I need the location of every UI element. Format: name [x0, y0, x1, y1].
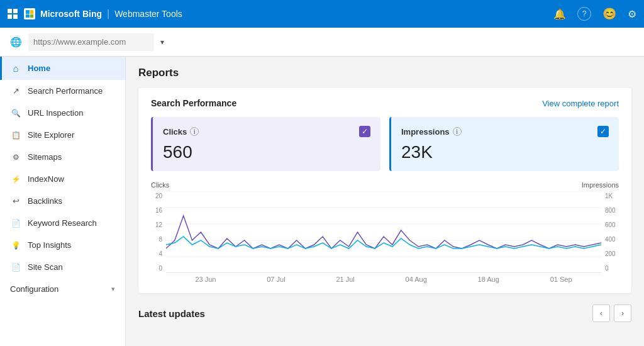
url-input[interactable]: [28, 33, 154, 51]
impressions-checkbox[interactable]: ✓: [597, 126, 609, 137]
brand-name: Microsoft Bing: [40, 9, 102, 19]
app-grid-icon: [8, 9, 18, 19]
sidebar-item-search-performance[interactable]: ↗ Search Performance: [0, 80, 125, 102]
chart-x-label-5: 01 Sep: [550, 276, 572, 283]
clicks-value: 560: [163, 142, 370, 162]
sp-card-header: Search Performance View complete report: [151, 98, 619, 108]
main-container: ⌂ Home ↗ Search Performance 🔍 URL Inspec…: [0, 57, 644, 346]
chart-labels-top: Clicks Impressions: [151, 181, 619, 189]
sidebar-item-home[interactable]: ⌂ Home: [0, 57, 125, 80]
clicks-info-icon[interactable]: i: [190, 127, 199, 136]
configuration-label: Configuration: [10, 284, 58, 294]
sidebar-item-sitemaps[interactable]: ⚙ Sitemaps: [0, 146, 125, 168]
sidebar-label-home: Home: [28, 64, 50, 73]
url-inspection-icon: 🔍: [10, 109, 21, 118]
sidebar-label-url-inspection: URL Inspection: [28, 108, 83, 118]
indexnow-icon: ⚡: [10, 175, 21, 184]
chart-container: Clicks Impressions 20 16 12 8 4 0: [151, 181, 619, 283]
sidebar-label-sitemaps: Sitemaps: [28, 152, 62, 162]
sidebar-item-site-explorer[interactable]: 📋 Site Explorer: [0, 124, 125, 146]
sp-card-title: Search Performance: [151, 98, 236, 108]
metric-boxes: Clicks i ✓ 560 Impressions i ✓: [151, 117, 619, 171]
sidebar-label-keyword-research: Keyword Research: [28, 218, 97, 228]
configuration-chevron-icon: ▾: [111, 285, 115, 293]
clicks-checkbox[interactable]: ✓: [359, 126, 370, 137]
backlinks-icon: ↩: [10, 196, 21, 206]
chart-x-label-3: 04 Aug: [406, 276, 427, 283]
clicks-header: Clicks i ✓: [163, 126, 370, 137]
app-title: Webmaster Tools: [114, 9, 182, 19]
search-performance-icon: ↗: [10, 86, 21, 96]
sidebar-label-search-performance: Search Performance: [28, 86, 103, 96]
sidebar-item-backlinks[interactable]: ↩ Backlinks: [0, 190, 125, 212]
reports-title: Reports: [138, 67, 631, 79]
sidebar-item-site-scan[interactable]: 📄 Site Scan: [0, 256, 125, 278]
top-insights-icon: 💡: [10, 241, 21, 250]
latest-updates-section: Latest updates ‹ ›: [138, 302, 631, 322]
impressions-label: Impressions i: [401, 127, 462, 137]
sitemaps-icon: ⚙: [10, 153, 21, 162]
url-chevron-icon[interactable]: ▾: [160, 38, 164, 47]
chart-x-label-2: 21 Jul: [336, 276, 354, 283]
main-content: Reports Search Performance View complete…: [126, 57, 644, 346]
impressions-info-icon[interactable]: i: [453, 127, 462, 136]
app-grid[interactable]: [8, 9, 18, 19]
nav-arrows: ‹ ›: [592, 304, 631, 322]
sidebar-label-top-insights: Top Insights: [28, 240, 71, 250]
impressions-metric-box: Impressions i ✓ 23K: [389, 117, 619, 171]
impressions-value: 23K: [401, 142, 609, 162]
top-nav-actions: 🔔 ? 😊 ⚙: [553, 7, 636, 21]
chart-with-axes: 20 16 12 8 4 0: [151, 191, 619, 273]
url-bar: 🌐 ▾: [0, 28, 644, 57]
sidebar-item-top-insights[interactable]: 💡 Top Insights: [0, 234, 125, 256]
settings-icon[interactable]: ⚙: [628, 8, 636, 20]
windows-icon: [24, 8, 35, 20]
view-complete-report-link[interactable]: View complete report: [542, 99, 619, 108]
url-globe-icon: 🌐: [10, 36, 22, 48]
site-scan-icon: 📄: [10, 263, 21, 272]
prev-arrow-button[interactable]: ‹: [592, 304, 610, 322]
sidebar-label-backlinks: Backlinks: [28, 196, 62, 206]
chart-x-label-0: 23 Jun: [195, 276, 216, 283]
chart-left-label: Clicks: [151, 181, 169, 189]
search-performance-card: Search Performance View complete report …: [138, 88, 631, 293]
keyword-research-icon: 📄: [10, 219, 21, 228]
brand-divider: |: [107, 8, 109, 20]
sidebar-section-configuration[interactable]: Configuration ▾: [0, 278, 125, 300]
next-arrow-button[interactable]: ›: [614, 304, 631, 322]
brand-logo: Microsoft Bing | Webmaster Tools: [24, 8, 182, 20]
sidebar-label-site-scan: Site Scan: [28, 262, 63, 272]
impressions-header: Impressions i ✓: [401, 126, 609, 137]
chart-y-axis-left: 20 16 12 8 4 0: [151, 191, 166, 273]
chart-x-labels: 23 Jun 07 Jul 21 Jul 04 Aug 18 Aug 01 Se…: [151, 276, 619, 283]
site-explorer-icon: 📋: [10, 131, 21, 140]
latest-updates-title: Latest updates: [138, 308, 205, 319]
sidebar-item-keyword-research[interactable]: 📄 Keyword Research: [0, 212, 125, 234]
chart-svg: [166, 191, 601, 273]
home-icon: ⌂: [10, 63, 21, 74]
chart-x-label-4: 18 Aug: [478, 276, 499, 283]
help-icon[interactable]: ?: [577, 7, 591, 21]
chart-right-label: Impressions: [582, 181, 619, 189]
clicks-label: Clicks i: [163, 127, 199, 137]
clicks-metric-box: Clicks i ✓ 560: [151, 117, 380, 171]
top-navigation: Microsoft Bing | Webmaster Tools 🔔 ? 😊 ⚙: [0, 0, 644, 28]
chart-x-label-1: 07 Jul: [267, 276, 285, 283]
chart-svg-area: [166, 191, 601, 273]
sidebar-label-site-explorer: Site Explorer: [28, 130, 74, 140]
chart-y-axis-right: 1K 800 600 400 200 0: [601, 191, 619, 273]
sidebar-label-indexnow: IndexNow: [28, 174, 64, 184]
sidebar: ⌂ Home ↗ Search Performance 🔍 URL Inspec…: [0, 57, 126, 346]
profile-icon[interactable]: 😊: [602, 7, 616, 21]
sidebar-item-indexnow[interactable]: ⚡ IndexNow: [0, 168, 125, 190]
sidebar-item-url-inspection[interactable]: 🔍 URL Inspection: [0, 102, 125, 124]
notification-icon[interactable]: 🔔: [553, 8, 566, 20]
